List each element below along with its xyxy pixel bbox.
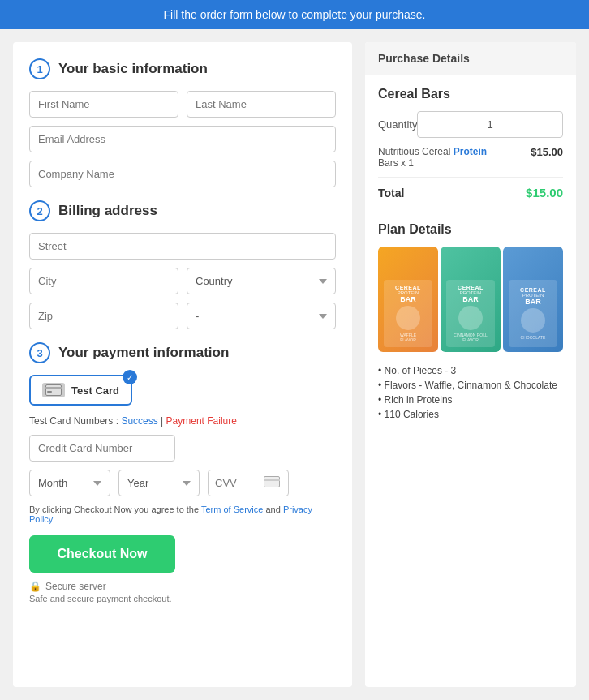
cvv-card-icon (264, 476, 280, 491)
company-row (29, 161, 336, 187)
year-select[interactable]: Year 20242025202620272028 (118, 470, 200, 496)
item-name-bold: Protein (454, 146, 487, 157)
total-label: Total (378, 187, 404, 200)
section2-title: Billing address (58, 203, 157, 219)
quantity-row: Quantity (378, 111, 563, 138)
secure-payment-text: Safe and secure payment checkout. (29, 594, 336, 603)
cvv-input[interactable] (215, 470, 264, 496)
name-row (29, 91, 336, 118)
section2-header: 2 Billing address (29, 200, 336, 221)
item-name: Nutritious Cereal Protein Bars x 1 (378, 146, 500, 169)
section3-title: Your payment information (58, 345, 229, 361)
left-panel: 1 Your basic information 2 Billing addr (13, 42, 352, 687)
street-row (29, 233, 336, 260)
terms-text1: By clicking Checkout Now you agree to th… (29, 505, 201, 514)
section3-header: 3 Your payment information (29, 342, 336, 363)
credit-card-row (29, 435, 336, 462)
terms-tos-link[interactable]: Term of Service (201, 505, 263, 514)
test-card-label: Test Card Numbers : (29, 415, 118, 427)
lock-icon: 🔒 (29, 581, 41, 592)
section1-title: Your basic information (58, 61, 208, 77)
company-input[interactable] (29, 161, 336, 187)
page-wrapper: Fill the order form below to complete yo… (0, 0, 589, 700)
section1-header: 1 Your basic information (29, 58, 336, 79)
plan-details-title: Plan Details (378, 222, 563, 237)
test-success-link[interactable]: Success (121, 415, 157, 427)
test-failure-link[interactable]: Payment Failure (166, 415, 237, 427)
first-name-input[interactable] (29, 91, 178, 118)
main-content: 1 Your basic information 2 Billing addr (0, 29, 589, 700)
svg-rect-1 (45, 387, 62, 389)
banner-text: Fill the order form below to complete yo… (164, 8, 426, 21)
bullet2: Flavors - Waffle, Cinnamon & Chocolate (378, 378, 563, 393)
credit-card-input[interactable] (29, 435, 175, 462)
bullet1: No. of Pieces - 3 (378, 363, 563, 378)
bullet3: Rich in Proteins (378, 393, 563, 407)
total-price: $15.00 (526, 186, 563, 200)
purchase-details-body: Cereal Bars Quantity Nutritious Cereal P… (365, 75, 576, 222)
email-row (29, 126, 336, 152)
month-select[interactable]: Month 01020304 05060708 09101112 (29, 470, 110, 496)
test-card-info: Test Card Numbers : Success | Payment Fa… (29, 415, 336, 427)
credit-card-icon (42, 383, 65, 397)
cvv-wrap (208, 470, 289, 496)
quantity-label: Quantity (378, 118, 417, 131)
secure-server-label: Secure server (45, 581, 106, 592)
card-option-label: Test Card (71, 384, 119, 397)
cereal-bars-image: CEREAL PROTEIN BAR WAFFLE FLAVOR CEREAL … (378, 247, 563, 352)
zip-input[interactable] (29, 303, 178, 329)
svg-rect-2 (47, 391, 52, 393)
checkout-button[interactable]: Checkout Now (29, 535, 175, 573)
right-panel: Purchase Details Cereal Bars Quantity Nu… (365, 42, 576, 687)
country-select[interactable]: Country (187, 268, 336, 294)
city-country-row: Country (29, 268, 336, 294)
quantity-input[interactable] (417, 111, 563, 138)
city-input[interactable] (29, 268, 178, 294)
item-name-part2: Bars x 1 (378, 157, 414, 169)
product-name: Cereal Bars (378, 87, 563, 101)
card-check-icon: ✓ (123, 370, 137, 384)
total-row: Total $15.00 (378, 186, 563, 200)
street-input[interactable] (29, 233, 336, 260)
item-row: Nutritious Cereal Protein Bars x 1 $15.0… (378, 146, 563, 178)
terms-and: and (265, 505, 282, 514)
step2-circle: 2 (29, 200, 50, 221)
state-select[interactable]: - (187, 303, 336, 329)
svg-rect-4 (264, 479, 280, 481)
step1-circle: 1 (29, 58, 50, 79)
bullet4: 110 Calories (378, 407, 563, 422)
terms-text: By clicking Checkout Now you agree to th… (29, 505, 336, 524)
top-banner: Fill the order form below to complete yo… (0, 0, 589, 29)
item-price: $15.00 (531, 146, 563, 158)
email-input[interactable] (29, 126, 336, 152)
bar-cinnamon: CEREAL PROTEIN BAR CINNAMON ROLL FLAVOR (441, 247, 501, 352)
bar-chocolate: CEREAL PROTEIN BAR CHOCOLATE (503, 247, 563, 352)
item-name-part1: Nutritious Cereal (378, 146, 454, 157)
plan-bullets: No. of Pieces - 3 Flavors - Waffle, Cinn… (378, 363, 563, 422)
zip-state-row: - (29, 303, 336, 329)
plan-details-section: Plan Details CEREAL PROTEIN BAR WAFFLE F… (365, 222, 576, 435)
card-option[interactable]: ✓ Test Card (29, 375, 132, 406)
step3-circle: 3 (29, 342, 50, 363)
secure-server-row: 🔒 Secure server (29, 581, 336, 592)
last-name-input[interactable] (187, 91, 336, 118)
purchase-details-header: Purchase Details (365, 42, 576, 75)
svg-rect-0 (46, 385, 62, 396)
bar-waffle: CEREAL PROTEIN BAR WAFFLE FLAVOR (378, 247, 438, 352)
month-year-cvv-row: Month 01020304 05060708 09101112 Year 20… (29, 470, 336, 496)
svg-rect-3 (264, 476, 280, 487)
